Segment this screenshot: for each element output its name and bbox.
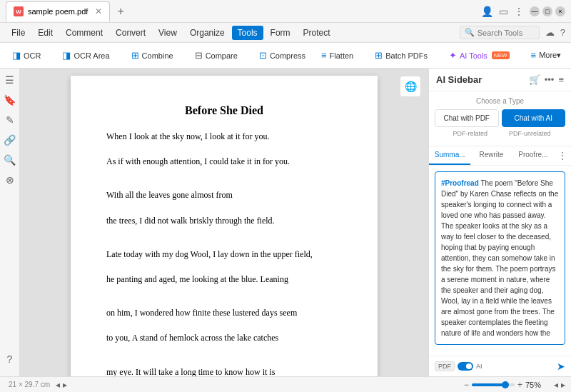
window-controls: — □ × (530, 6, 565, 16)
dimensions-text: 21 × 29.7 cm (9, 381, 50, 388)
flatten-icon: ≡ (321, 50, 327, 61)
ai-sidebar-title: AI Sidebar (436, 74, 525, 85)
help-icon[interactable]: ? (560, 27, 565, 38)
ai-tabs: Summa... Rewrite Proofrе... ⋮ (429, 146, 571, 166)
options-icon[interactable]: ⋮ (514, 6, 524, 17)
new-tab-button[interactable]: + (117, 5, 123, 18)
bottom-nav: ◂ ▸ (56, 380, 67, 390)
ai-input-bar: PDF AI ➤ (429, 356, 571, 376)
sidebar-help-icon[interactable]: ? (7, 353, 13, 365)
ocr-area-button[interactable]: ◨ OCR Area (56, 46, 116, 64)
pdf-line-8: to you, A stand of hemlock across the la… (106, 331, 342, 345)
left-sidebar: ☰ 🔖 ✎ 🔗 🔍 ⊗ ? (0, 69, 20, 376)
menu-convert[interactable]: Convert (110, 26, 151, 40)
proofread-hashtag: #Proofread (441, 179, 479, 187)
more-button[interactable]: ≡ More▾ (525, 46, 568, 64)
cloud-icon[interactable]: ☁ (545, 27, 555, 38)
minimize-button[interactable]: — (530, 6, 540, 16)
pdf-spacer-7 (106, 264, 342, 273)
pdf-line-4: the trees, I did not walk briskly throug… (106, 214, 342, 228)
ai-tools-button[interactable]: ✦ AI Tools NEW (443, 46, 516, 64)
pdf-line-2: As if with enough attention, I could tak… (106, 155, 342, 169)
chat-with-ai-button[interactable]: Chat with AI (502, 109, 566, 127)
pdf-unrelated-label: PDF-unrelated (500, 130, 560, 137)
menu-comment[interactable]: Comment (60, 26, 108, 40)
title-bar-icons: 👤 ▭ ⋮ (481, 6, 524, 17)
sidebar-bookmarks-icon[interactable]: 🔖 (4, 94, 16, 106)
search-tools-input[interactable] (477, 29, 535, 37)
sidebar-search-icon[interactable]: 🔍 (4, 154, 16, 166)
profile-icon[interactable]: 👤 (481, 6, 493, 17)
zoom-slider[interactable] (472, 383, 515, 386)
pdf-spacer-8 (106, 289, 342, 298)
chat-with-pdf-button[interactable]: Chat with PDF (435, 109, 499, 127)
menu-tools[interactable]: Tools (232, 26, 263, 40)
sidebar-thumbnails-icon[interactable]: ☰ (5, 74, 14, 86)
combine-label: Combine (142, 51, 173, 60)
close-button[interactable]: × (555, 6, 565, 16)
app-tab[interactable]: W sample poem.pdf ✕ (6, 1, 110, 21)
ai-tabs-more[interactable]: ⋮ (554, 146, 571, 165)
ai-toggle[interactable] (458, 362, 473, 371)
compare-label: Compare (206, 51, 238, 60)
main-area: ☰ 🔖 ✎ 🔗 🔍 ⊗ ? 🌐 Before She Died When I l… (0, 69, 571, 376)
pdf-spacer-12 (106, 357, 342, 366)
ocr-button[interactable]: ◨ OCR (6, 46, 47, 64)
compress-button[interactable]: ⊡ Compress (253, 46, 312, 64)
pdf-spacer-9 (106, 298, 342, 306)
menu-protect[interactable]: Protect (298, 26, 336, 40)
sidebar-link-icon[interactable]: 🔗 (4, 134, 16, 146)
prev-page-button[interactable]: ◂ (56, 380, 60, 390)
sidebar-comment-icon[interactable]: ✎ (6, 114, 14, 126)
bottom-bar: 21 × 29.7 cm ◂ ▸ − + 75% ◂ ▸ (0, 376, 571, 392)
combine-icon: ⊞ (131, 50, 139, 61)
send-button[interactable]: ➤ (557, 361, 565, 372)
pdf-line-9: my eye. It will take a long time to know… (106, 366, 342, 377)
layout-icon[interactable]: ▭ (499, 6, 508, 17)
choose-type-section: Choose a Type Chat with PDF Chat with AI… (429, 91, 571, 146)
tab-close-button[interactable]: ✕ (95, 6, 102, 16)
sidebar-layers-icon[interactable]: ⊗ (6, 174, 14, 186)
pdf-spacer-1 (106, 146, 342, 155)
tab-rewrite[interactable]: Rewrite (470, 146, 512, 165)
tab-filename: sample poem.pdf (28, 7, 88, 16)
app-icon: W (14, 6, 24, 16)
scroll-left-icon[interactable]: ◂ (554, 380, 558, 390)
next-page-button[interactable]: ▸ (63, 380, 67, 390)
translate-button[interactable]: 🌐 (400, 76, 421, 97)
ai-sidebar-header: AI Sidebar 🛒 ••• ≡ (429, 69, 571, 91)
type-buttons: Chat with PDF Chat with AI (435, 109, 565, 127)
pdf-spacer-10 (106, 323, 342, 331)
more-label: More▾ (539, 51, 561, 60)
menu-bar: File Edit Comment Convert View Organize … (0, 23, 571, 43)
tab-summarize[interactable]: Summa... (429, 146, 470, 165)
zoom-in-button[interactable]: + (517, 380, 522, 390)
more-options-icon[interactable]: ••• (545, 74, 555, 85)
zoom-slider-fill (472, 383, 504, 386)
compress-icon: ⊡ (259, 50, 267, 61)
pdf-page: Before She Died When I look at the sky n… (71, 76, 378, 376)
menu-organize[interactable]: Organize (184, 26, 231, 40)
scroll-right-icon[interactable]: ▸ (561, 380, 565, 390)
batch-pdfs-button[interactable]: ⊞ Batch PDFs (368, 46, 434, 64)
title-bar-left: W sample poem.pdf ✕ + (6, 1, 481, 21)
compare-button[interactable]: ⊟ Compare (188, 46, 244, 64)
pdf-line-5: Late today with my dog Wool, I lay down … (106, 248, 342, 261)
ai-response-text: The poem "Before She Died" by Karen Chas… (441, 179, 558, 337)
pdf-spacer-5 (106, 231, 342, 239)
pdf-spacer-4 (106, 206, 342, 214)
combine-button[interactable]: ⊞ Combine (125, 46, 180, 64)
cart-icon[interactable]: 🛒 (529, 74, 540, 85)
choose-type-label: Choose a Type (435, 97, 565, 105)
settings-icon[interactable]: ≡ (558, 74, 564, 85)
maximize-button[interactable]: □ (542, 6, 552, 16)
pdf-title: Before She Died (106, 104, 342, 117)
menu-edit[interactable]: Edit (32, 26, 59, 40)
menu-form[interactable]: Form (265, 26, 296, 40)
menu-file[interactable]: File (6, 26, 31, 40)
flatten-button[interactable]: ≡ Flatten (315, 46, 360, 64)
zoom-out-button[interactable]: − (464, 380, 469, 390)
menu-view[interactable]: View (153, 26, 183, 40)
tab-proofread[interactable]: Proofrе... (512, 146, 554, 165)
ai-content: #Proofread The poem "Before She Died" by… (429, 166, 571, 356)
